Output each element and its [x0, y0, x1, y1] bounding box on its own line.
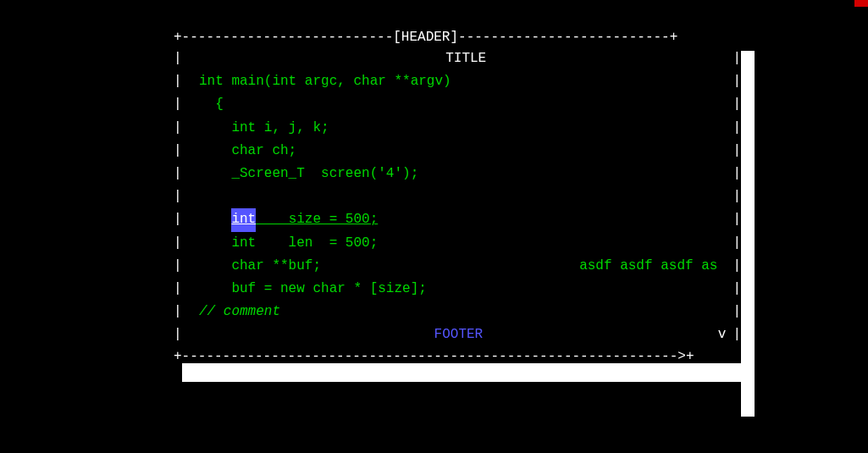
title-line: | TITLE | — [174, 47, 741, 70]
code-line-7[interactable]: | int size = 500; | — [174, 208, 741, 231]
code-line-8[interactable]: | int len = 500; | — [174, 232, 741, 255]
terminal-window: +--------------------------[HEADER]-----… — [174, 27, 741, 367]
code-line-10[interactable]: | buf = new char * [size]; | — [174, 278, 741, 301]
code-line-1[interactable]: | int main(int argc, char **argv) | — [174, 70, 741, 93]
code-line-6[interactable]: | | — [174, 185, 741, 208]
window-title: TITLE — [199, 47, 733, 70]
code-line-2[interactable]: | { | — [174, 93, 741, 116]
code-line-9[interactable]: | char **buf;asdf asdf asdf as | — [174, 255, 741, 278]
scroll-down-indicator[interactable]: v — [718, 323, 733, 346]
window-shadow-bottom — [182, 363, 755, 382]
border-top: +--------------------------[HEADER]-----… — [174, 27, 741, 47]
footer-line: | FOOTER v | — [174, 323, 741, 346]
code-line-5[interactable]: | _Screen_T screen('4'); | — [174, 163, 741, 185]
window-shadow-right — [741, 51, 755, 417]
code-line-3[interactable]: | int i, j, k; | — [174, 117, 741, 140]
code-line-11[interactable]: | // comment | — [174, 301, 741, 323]
window-footer: FOOTER — [199, 323, 718, 346]
cursor-selection[interactable]: int — [231, 208, 256, 231]
code-line-4[interactable]: | char ch; | — [174, 140, 741, 163]
red-status-indicator — [854, 0, 868, 7]
